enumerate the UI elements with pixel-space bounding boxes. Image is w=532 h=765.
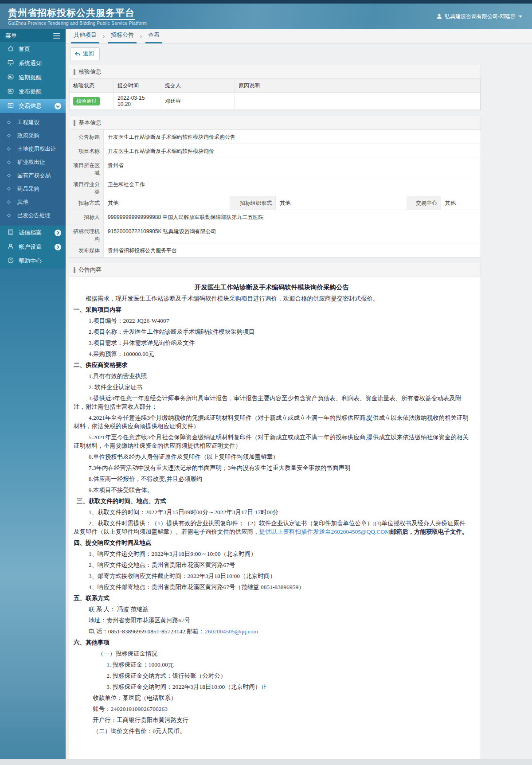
breadcrumb-tab-招标公告[interactable]: 招标公告	[108, 28, 137, 43]
doc-text: （一）投标保证金情况	[98, 650, 157, 657]
doc-paragraph: 二、供应商资格要求	[74, 361, 470, 369]
col-submitter: 提交人	[161, 79, 235, 93]
doc-paragraph: 9.本项目不接受联合体。	[74, 486, 470, 494]
submenu-item-矿业权出让[interactable]: 矿业权出让	[0, 156, 66, 169]
doc-text: 二、供应商资格要求	[74, 362, 128, 368]
doc-paragraph: 六、其他事项	[74, 638, 470, 647]
doc-text: 根据需求，现开发医生工作站诊断及手术编码软件模块采购项目进行询价，欢迎合格的供应…	[86, 295, 379, 302]
sidebar-item-帮助中心[interactable]: ?帮助中心	[0, 254, 66, 268]
user-name: 弘典建设咨询有限公司-邓廷容	[445, 13, 516, 20]
doc-text: 6.单位授权书及经办人身份证原件及复印件（以上复印件均须加盖鲜章）	[89, 453, 279, 460]
sidebar-item-帐户设置[interactable]: 帐户设置	[0, 240, 66, 254]
submenu-item-政府采购[interactable]: 政府采购	[0, 129, 66, 142]
user-icon	[436, 13, 442, 20]
document-title: 开发医生工作站诊断及手术编码软件模块询价采购公告	[74, 283, 470, 292]
document-content: 根据需求，现开发医生工作站诊断及手术编码软件模块采购项目进行询价，欢迎合格的供应…	[74, 294, 470, 735]
field-value: 91520000722109905K 弘典建设咨询有限公司	[104, 224, 481, 243]
email-link[interactable]: 2602004505@QQ.COM	[331, 528, 391, 535]
verify-panel: 核验信息 核验状态 提交时间 提交人 原因说明 核验通过 2022-03-15 …	[69, 65, 481, 110]
email-link[interactable]: 2602004505@qq.com	[205, 628, 258, 635]
doc-paragraph: 3.项目需求：具体需求详见询价函及文件	[74, 339, 470, 347]
doc-paragraph: 一、采购项目内容	[74, 305, 470, 314]
doc-text: 一、采购项目内容	[74, 306, 121, 313]
submenu-item-已发公告处理[interactable]: 已发公告处理	[0, 209, 66, 222]
sidebar-menu-bottom: 诚信档案帐户设置?帮助中心	[0, 226, 66, 268]
verify-table: 核验状态 提交时间 提交人 原因说明 核验通过 2022-03-15 10:20…	[69, 79, 481, 110]
sidebar-item-系统通知[interactable]: 系统通知	[0, 56, 66, 70]
main-area: 菜单 首页系统通知逾期提醒发布提醒交易信息 工程建设政府采购土地使用权出让矿业权…	[0, 29, 532, 759]
breadcrumb-tab-其他项目[interactable]: 其他项目	[71, 28, 99, 43]
email-link[interactable]: 提供以上资料扫描件发送至	[259, 528, 331, 535]
submenu-item-工程建设[interactable]: 工程建设	[0, 116, 66, 129]
doc-paragraph: 1. 投标保证金：1000.00元	[74, 660, 470, 669]
doc-paragraph: 四、提交响应文件时间及地点	[74, 539, 470, 547]
field-value: 其他	[104, 196, 230, 210]
list-icon	[7, 229, 14, 237]
doc-text: 2.项目名称：开发医生工作站诊断及手术编码软件模块采购项目	[89, 328, 255, 335]
submit-time-cell: 2022-03-15 10:20	[114, 93, 161, 110]
basic-panel-header: 基本信息	[69, 116, 481, 130]
sidebar-background	[0, 268, 66, 759]
sidebar-item-label: 发布提醒	[19, 88, 61, 96]
breadcrumb-tab-查看[interactable]: 查看	[145, 28, 162, 43]
sidebar-item-label: 诚信档案	[19, 229, 50, 237]
folder-icon	[7, 74, 14, 82]
sidebar-item-label: 交易信息	[19, 102, 50, 110]
doc-paragraph: （二）询价文件售价：0元人民币。	[74, 727, 470, 735]
doc-paragraph: （一）投标保证金情况	[74, 649, 470, 658]
doc-paragraph: 三、获取文件的时间、地点、方式	[74, 497, 470, 505]
user-menu[interactable]: 弘典建设咨询有限公司-邓廷容	[436, 13, 522, 20]
doc-text: 三、获取文件的时间、地点、方式	[77, 498, 167, 504]
doc-paragraph: 开户行：工商银行贵阳市黄河路支行	[74, 716, 470, 724]
doc-text: 2、响应文件递交地点：贵州省贵阳市花溪区黄河路67号	[89, 562, 235, 568]
bullet-icon	[7, 200, 11, 204]
hamburger-icon[interactable]	[53, 32, 60, 40]
brand: 贵州省招标投标公共服务平台 GuiZhou Province Tendering…	[8, 8, 147, 26]
sidebar-item-交易信息[interactable]: 交易信息	[0, 99, 66, 113]
sidebar-item-发布提醒[interactable]: 发布提醒	[0, 85, 66, 99]
doc-paragraph: 4.2021年至今任意连续3个月缴纳税收的凭据或证明材料复印件（对于新成立或成立…	[74, 414, 470, 430]
help-icon: ?	[7, 257, 14, 265]
sidebar-item-首页[interactable]: 首页	[0, 42, 66, 56]
app-subtitle: GuiZhou Province Tendering and Bidding P…	[8, 21, 147, 26]
field-label: 项目名称	[69, 144, 104, 158]
submenu-item-土地使用权出让[interactable]: 土地使用权出让	[0, 142, 66, 156]
doc-text: 3、邮寄方式接收响应文件截止时间：2022年3月18日10:00（北京时间）	[89, 573, 276, 579]
doc-text: 3. 投标保证金交纳时间：2022年3月18日10:00（北京时间）止	[106, 683, 267, 690]
breadcrumb-bar: 其他项目›招标公告›查看	[66, 29, 532, 44]
submitter-cell: 邓廷容	[161, 93, 235, 110]
doc-paragraph: 6.单位授权书及经办人身份证原件及复印件（以上复印件均须加盖鲜章）	[74, 453, 470, 461]
field-value: 其他	[276, 196, 407, 210]
submenu-item-label: 国有产权交易	[17, 172, 51, 180]
submenu-item-药品采购[interactable]: 药品采购	[0, 182, 66, 195]
field-label: 项目行业分类	[69, 177, 104, 196]
breadcrumb-separator: ›	[140, 33, 142, 43]
app-title: 贵州省招标投标公共服务平台	[8, 8, 135, 20]
sidebar-submenu: 工程建设政府采购土地使用权出让矿业权出让国有产权交易药品采购其他已发公告处理	[0, 113, 66, 226]
doc-paragraph: 3、邮寄方式接收响应文件截止时间：2022年3月18日10:00（北京时间）	[74, 572, 470, 580]
doc-text: 联 系 人： 冯波 范继益	[89, 606, 149, 613]
field-label: 公告标题	[69, 130, 104, 144]
submenu-item-label: 政府采购	[17, 132, 39, 140]
doc-paragraph: 1、响应文件递交时间：2022年3月18日9:00～10:00（北京时间）	[74, 550, 470, 558]
section-bar	[74, 120, 75, 126]
submenu-item-国有产权交易[interactable]: 国有产权交易	[0, 169, 66, 182]
chevron-right-circle-icon	[55, 244, 61, 250]
doc-paragraph: 电 话：0851-83896959 0851-85723142 邮箱：26020…	[74, 627, 470, 636]
user-icon	[7, 243, 14, 251]
folder-icon	[7, 102, 14, 110]
status-badge: 核验通过	[73, 97, 100, 105]
doc-paragraph: 4、响应文件邮寄地点：贵州省贵阳市花溪区黄河路67号（范继益 0851-8389…	[74, 583, 470, 591]
field-label: 招标方式	[69, 196, 104, 210]
breadcrumb-separator: ›	[103, 33, 105, 43]
back-button[interactable]: 返回	[70, 47, 100, 60]
submenu-item-label: 矿业权出让	[17, 159, 45, 166]
menu-label: 菜单	[5, 32, 17, 40]
sidebar-item-诚信档案[interactable]: 诚信档案	[0, 226, 66, 240]
table-row: 项目行业分类卫生和社会工作	[69, 177, 481, 196]
doc-text: 1.具有有效的营业执照	[89, 373, 147, 379]
field-value: 贵州省	[104, 158, 481, 177]
submenu-item-其他[interactable]: 其他	[0, 195, 66, 209]
sidebar-item-逾期提醒[interactable]: 逾期提醒	[0, 70, 66, 85]
announcement-panel-header: 公告内容	[69, 263, 481, 277]
